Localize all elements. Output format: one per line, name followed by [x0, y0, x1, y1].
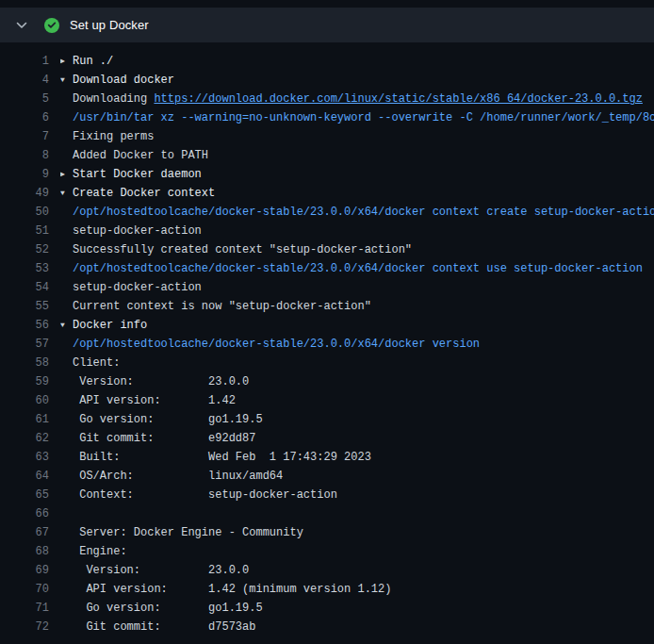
log-plain-text: API version: 1.42 (minimum version 1.12): [73, 583, 391, 596]
log-text: Fixing perms: [60, 127, 654, 146]
log-line: 64 OS/Arch: linux/amd64: [0, 467, 654, 486]
log-line: 51setup-docker-action: [0, 222, 654, 240]
log-plain-text: Downloading: [73, 92, 154, 106]
log-line: 52Successfully created context "setup-do…: [0, 240, 654, 259]
log-line: 69 Version: 23.0.0: [0, 561, 654, 580]
log-plain-text: Fixing perms: [73, 130, 154, 143]
log-text: API version: 1.42 (minimum version 1.12): [60, 580, 654, 599]
group-expanded-arrow-icon[interactable]: ▼: [60, 184, 73, 203]
line-number[interactable]: 60: [0, 391, 49, 410]
line-number[interactable]: 7: [0, 127, 49, 146]
log-line: 57/opt/hostedtoolcache/docker-stable/23.…: [0, 335, 654, 354]
log-plain-text: Added Docker to PATH: [73, 149, 208, 162]
line-number[interactable]: 49: [0, 184, 49, 203]
line-number[interactable]: 56: [0, 316, 49, 335]
line-number[interactable]: 57: [0, 335, 49, 354]
log-text: Client:: [60, 354, 654, 372]
log-line[interactable]: 9▶Start Docker daemon: [0, 165, 654, 184]
log-plain-text: Client:: [73, 356, 120, 370]
log-text: Downloading https://download.docker.com/…: [60, 90, 654, 108]
line-number[interactable]: 9: [0, 165, 49, 184]
group-expanded-arrow-icon[interactable]: ▼: [60, 71, 73, 90]
log-line: 7Fixing perms: [0, 127, 654, 146]
log-command-text: /opt/hostedtoolcache/docker-stable/23.0.…: [73, 262, 643, 275]
line-number[interactable]: 4: [0, 71, 49, 90]
log-line: 5Downloading https://download.docker.com…: [0, 90, 654, 108]
line-number[interactable]: 69: [0, 561, 49, 580]
line-number[interactable]: 54: [0, 278, 49, 297]
line-number[interactable]: 72: [0, 618, 49, 636]
log-plain-text: Go version: go1.19.5: [73, 413, 263, 426]
log-plain-text: Successfully created context "setup-dock…: [73, 243, 412, 256]
log-container: 1▶Run ./4▼Download docker5Downloading ht…: [0, 42, 654, 636]
line-number[interactable]: 58: [0, 354, 49, 372]
log-plain-text: Version: 23.0.0: [73, 564, 249, 577]
line-number[interactable]: 51: [0, 222, 49, 240]
success-check-icon: [44, 18, 59, 33]
log-plain-text: setup-docker-action: [73, 281, 202, 294]
line-number[interactable]: 68: [0, 542, 49, 561]
log-text: setup-docker-action: [60, 278, 654, 297]
log-text: Version: 23.0.0: [60, 372, 654, 391]
line-number[interactable]: 52: [0, 240, 49, 259]
log-text: [60, 504, 654, 523]
log-text: Go version: go1.19.5: [60, 599, 654, 618]
log-line[interactable]: 49▼Create Docker context: [0, 184, 654, 203]
log-text: /usr/bin/tar xz --warning=no-unknown-key…: [60, 108, 654, 127]
log-text: Git commit: e92dd87: [60, 429, 654, 448]
log-plain-text: Context: setup-docker-action: [73, 488, 337, 502]
log-link[interactable]: https://download.docker.com/linux/static…: [154, 92, 642, 106]
log-text: Current context is now "setup-docker-act…: [60, 297, 654, 316]
log-plain-text: Engine:: [73, 545, 127, 558]
line-number[interactable]: 61: [0, 410, 49, 429]
log-line[interactable]: 56▼Docker info: [0, 316, 654, 335]
log-line: 68 Engine:: [0, 542, 654, 561]
log-text: Server: Docker Engine - Community: [60, 523, 654, 542]
line-number[interactable]: 50: [0, 203, 49, 222]
log-text: /opt/hostedtoolcache/docker-stable/23.0.…: [60, 259, 654, 278]
log-line[interactable]: 1▶Run ./: [0, 52, 654, 71]
log-plain-text: setup-docker-action: [73, 224, 202, 238]
log-text: /opt/hostedtoolcache/docker-stable/23.0.…: [60, 335, 654, 354]
log-plain-text: Version: 23.0.0: [73, 375, 249, 388]
log-line: 6/usr/bin/tar xz --warning=no-unknown-ke…: [0, 108, 654, 127]
line-number[interactable]: 53: [0, 259, 49, 278]
line-number[interactable]: 66: [0, 504, 49, 523]
log-text: API version: 1.42: [60, 391, 654, 410]
log-plain-text: Built: Wed Feb 1 17:43:29 2023: [73, 451, 371, 464]
line-number[interactable]: 8: [0, 146, 49, 165]
log-line: 66: [0, 504, 654, 523]
group-title: Create Docker context: [73, 187, 215, 200]
step-header[interactable]: Set up Docker: [0, 8, 654, 42]
log-plain-text: Go version: go1.19.5: [73, 602, 263, 615]
group-collapsed-arrow-icon[interactable]: ▶: [60, 165, 73, 184]
line-number[interactable]: 55: [0, 297, 49, 316]
log-text: ▶Run ./: [60, 52, 654, 71]
line-number[interactable]: 70: [0, 580, 49, 599]
line-number[interactable]: 65: [0, 486, 49, 504]
log-line: 58Client:: [0, 354, 654, 372]
line-number[interactable]: 62: [0, 429, 49, 448]
log-plain-text: OS/Arch: linux/amd64: [73, 470, 283, 483]
log-text: ▼Create Docker context: [60, 184, 654, 203]
step-title: Set up Docker: [70, 18, 149, 32]
log-plain-text: Git commit: e92dd87: [73, 432, 255, 445]
line-number[interactable]: 5: [0, 90, 49, 108]
line-number[interactable]: 1: [0, 52, 49, 71]
group-expanded-arrow-icon[interactable]: ▼: [60, 316, 73, 335]
line-number[interactable]: 64: [0, 467, 49, 486]
line-number[interactable]: 6: [0, 108, 49, 127]
log-command-text: /usr/bin/tar xz --warning=no-unknown-key…: [73, 111, 654, 124]
line-number[interactable]: 71: [0, 599, 49, 618]
group-collapsed-arrow-icon[interactable]: ▶: [60, 52, 73, 71]
line-number[interactable]: 59: [0, 372, 49, 391]
line-number[interactable]: 67: [0, 523, 49, 542]
log-line[interactable]: 4▼Download docker: [0, 71, 654, 90]
line-number[interactable]: 63: [0, 448, 49, 467]
log-text: setup-docker-action: [60, 222, 654, 240]
log-line: 60 API version: 1.42: [0, 391, 654, 410]
group-title: Download docker: [73, 74, 174, 87]
chevron-down-icon[interactable]: [15, 19, 28, 32]
log-line: 70 API version: 1.42 (minimum version 1.…: [0, 580, 654, 599]
log-line: 59 Version: 23.0.0: [0, 372, 654, 391]
